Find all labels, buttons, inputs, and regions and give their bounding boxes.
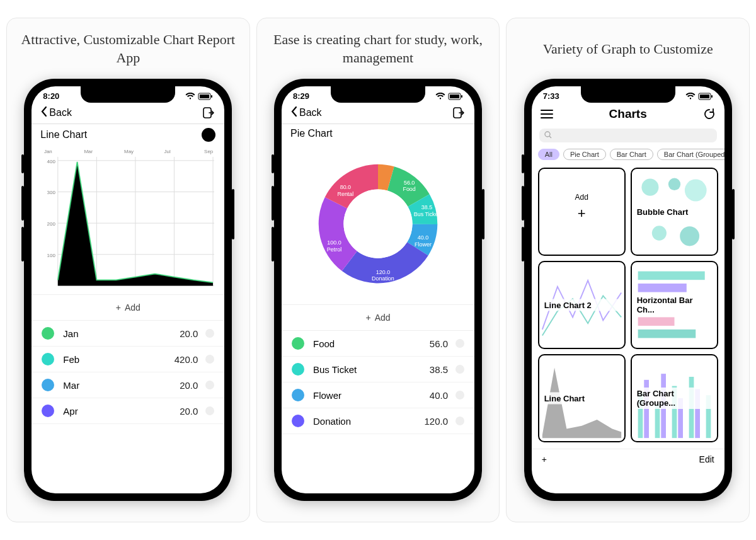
svg-rect-24 — [450, 95, 459, 98]
row-radio[interactable] — [205, 406, 214, 415]
chip-bar-grouped[interactable]: Bar Chart (Grouped) — [657, 149, 724, 160]
data-row[interactable]: Feb420.0 — [32, 347, 224, 372]
svg-rect-41 — [700, 95, 709, 98]
data-row[interactable]: Jan20.0 — [32, 321, 224, 347]
card-line-chart-2[interactable]: Line Chart 2 — [538, 261, 626, 349]
svg-rect-25 — [461, 95, 462, 98]
bottom-add-button[interactable]: + — [542, 454, 547, 464]
battery-icon — [198, 93, 213, 100]
row-radio[interactable] — [205, 381, 214, 389]
plus-icon: + — [539, 205, 624, 222]
refresh-button[interactable] — [703, 108, 716, 120]
tagline-3: Variety of Graph to Customize — [543, 31, 713, 67]
svg-rect-50 — [638, 272, 704, 280]
back-button[interactable]: Back — [290, 106, 322, 120]
chart-grid: Add + Bubble Chart — [532, 164, 724, 446]
color-picker-dot[interactable] — [202, 128, 215, 142]
svg-point-47 — [685, 180, 707, 202]
row-radio[interactable] — [455, 416, 464, 425]
svg-point-43 — [545, 132, 550, 137]
row-radio[interactable] — [455, 339, 464, 348]
svg-text:300: 300 — [47, 190, 56, 195]
chart-title: Pie Chart — [290, 128, 333, 139]
card-bar-grouped[interactable]: Bar Chart (Groupe... — [631, 354, 718, 442]
svg-rect-42 — [711, 95, 713, 98]
data-row[interactable]: Apr20.0 — [32, 398, 224, 424]
chip-pie[interactable]: Pie Chart — [563, 149, 606, 160]
svg-text:400: 400 — [47, 159, 56, 164]
menu-button[interactable] — [541, 109, 553, 119]
add-entry-button[interactable]: +Add — [32, 294, 224, 321]
card-line-chart[interactable]: Line Chart — [538, 354, 626, 442]
svg-point-46 — [668, 178, 680, 190]
svg-rect-1 — [200, 95, 209, 98]
back-button[interactable]: Back — [40, 106, 72, 120]
svg-text:Bus Ticket: Bus Ticket — [414, 211, 440, 217]
phone-mock-1: 8:20 Back Line Chart — [24, 79, 232, 501]
line-chart-canvas[interactable]: Jan Mar May Jul Sep — [32, 146, 224, 292]
svg-text:100: 100 — [47, 253, 56, 258]
wifi-icon — [685, 93, 696, 100]
wifi-icon — [435, 93, 445, 100]
svg-text:Mar: Mar — [84, 149, 93, 154]
svg-line-44 — [549, 136, 551, 138]
row-radio[interactable] — [455, 365, 464, 374]
promo-panel-3: Variety of Graph to Customize 7:33 Chart… — [506, 18, 750, 522]
svg-point-27 — [343, 189, 412, 258]
svg-text:Food: Food — [403, 186, 415, 192]
data-list: Food56.0 Bus Ticket38.5 Flower40.0 Donat… — [282, 331, 474, 493]
data-row[interactable]: Food56.0 — [282, 331, 474, 357]
search-icon — [544, 131, 552, 141]
svg-point-49 — [680, 226, 699, 246]
export-button[interactable] — [202, 106, 215, 120]
row-radio[interactable] — [205, 329, 214, 338]
svg-rect-56 — [655, 405, 660, 438]
data-row[interactable]: Bus Ticket38.5 — [282, 357, 474, 382]
phone-mock-3: 7:33 Charts All Pie Chart Bar Chart Bar … — [524, 79, 732, 501]
svg-text:Petrol: Petrol — [327, 246, 341, 253]
svg-rect-52 — [638, 317, 674, 326]
svg-text:Sep: Sep — [204, 149, 214, 154]
pie-chart-canvas[interactable]: 56.0 Food 38.5 Bus Ticket 40.0 Flower 12… — [282, 143, 474, 302]
svg-text:56.0: 56.0 — [404, 180, 415, 186]
tagline-2: Ease is creating chart for study, work, … — [265, 31, 492, 67]
chart-title: Line Chart — [40, 129, 87, 141]
chevron-left-icon — [40, 106, 48, 120]
battery-icon — [698, 93, 713, 100]
svg-text:80.0: 80.0 — [340, 184, 351, 190]
chip-all[interactable]: All — [538, 149, 559, 160]
filter-chips: All Pie Chart Bar Chart Bar Chart (Group… — [532, 145, 724, 164]
card-bubble-chart[interactable]: Bubble Chart — [631, 168, 718, 256]
row-radio[interactable] — [455, 391, 464, 399]
row-radio[interactable] — [205, 355, 214, 364]
promo-panel-1: Attractive, Customizable Chart Report Ap… — [6, 18, 250, 522]
card-horizontal-bar[interactable]: Horizontal Bar Ch... — [631, 261, 718, 349]
svg-point-45 — [641, 179, 658, 196]
svg-text:Flower: Flower — [415, 241, 432, 248]
back-label: Back — [49, 107, 72, 118]
status-time: 8:29 — [293, 91, 309, 101]
data-row[interactable]: Donation120.0 — [282, 408, 474, 434]
svg-rect-51 — [638, 284, 686, 292]
add-entry-button[interactable]: +Add — [282, 304, 474, 331]
export-button[interactable] — [452, 106, 466, 120]
svg-rect-53 — [638, 330, 696, 338]
tagline-1: Attractive, Customizable Chart Report Ap… — [14, 31, 242, 67]
search-input[interactable] — [539, 129, 717, 142]
wifi-icon — [185, 93, 195, 100]
status-time: 7:33 — [543, 91, 559, 101]
data-row[interactable]: Flower40.0 — [282, 382, 474, 408]
data-row[interactable]: Mar20.0 — [32, 372, 224, 398]
phone-mock-2: 8:29 Back Pie Chart — [274, 79, 482, 501]
svg-text:Jan: Jan — [44, 149, 52, 154]
svg-rect-2 — [211, 95, 212, 98]
bottom-edit-button[interactable]: Edit — [699, 454, 714, 464]
svg-point-48 — [651, 226, 666, 240]
svg-text:40.0: 40.0 — [418, 234, 428, 241]
svg-text:Donation: Donation — [372, 275, 394, 282]
status-time: 8:20 — [43, 91, 59, 101]
chip-bar[interactable]: Bar Chart — [610, 149, 653, 160]
card-add[interactable]: Add + — [538, 168, 626, 256]
svg-text:120.0: 120.0 — [376, 269, 390, 275]
svg-text:Rental: Rental — [337, 191, 353, 197]
